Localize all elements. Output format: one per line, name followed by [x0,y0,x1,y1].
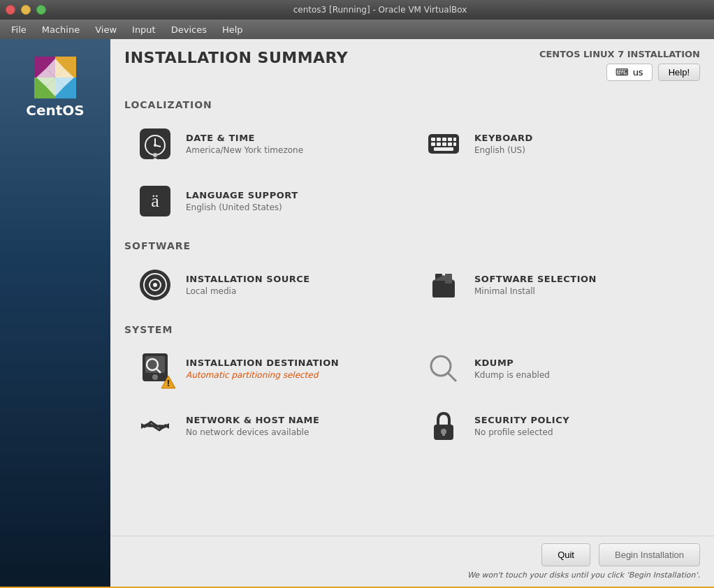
page-title: INSTALLATION SUMMARY [124,49,348,66]
network-hostname-title: NETWORK & HOST NAME [186,415,319,425]
software-selection-subtitle: Minimal Install [474,286,597,296]
menu-help[interactable]: Help [215,23,250,36]
menu-machine[interactable]: Machine [35,23,87,36]
software-selection-item[interactable]: SOFTWARE SELECTION Minimal Install [413,257,700,313]
centos-logo-icon [31,53,80,102]
system-grid: ! INSTALLATION DESTINATION Automatic par… [124,341,700,454]
svg-rect-38 [145,356,165,373]
keyboard-title: KEYBOARD [474,133,533,143]
system-section-header: SYSTEM [124,324,700,335]
svg-line-45 [448,373,456,381]
localization-section-header: LOCALIZATION [124,99,700,110]
quit-button[interactable]: Quit [541,543,590,566]
svg-rect-17 [437,138,441,141]
keyboard-language-button[interactable]: ⌨ us [606,64,653,81]
security-policy-text: SECURITY POLICY No profile selected [474,415,569,437]
main-window: CentOS INSTALLATION SUMMARY CENTOS LINUX… [0,39,714,587]
language-support-item[interactable]: ä LANGUAGE SUPPORT English (United State… [124,173,411,229]
svg-rect-24 [448,142,452,146]
begin-installation-button[interactable]: Begin Installation [599,543,700,566]
keyboard-item-icon [424,124,463,163]
language-support-subtitle: English (United States) [186,203,298,212]
svg-rect-26 [434,147,453,151]
close-button[interactable] [6,5,15,15]
keyboard-subtitle: English (US) [474,145,533,155]
software-selection-title: SOFTWARE SELECTION [474,274,597,284]
installation-destination-subtitle: Automatic partitioning selected [186,370,339,380]
kdump-item[interactable]: KDUMP Kdump is enabled [413,341,700,397]
date-time-icon [136,124,175,163]
footer-actions: Quit Begin Installation [124,543,700,566]
date-time-title: DATE & TIME [186,133,303,143]
sidebar: CentOS [0,39,110,587]
menu-devices[interactable]: Devices [164,23,214,36]
installation-destination-text: INSTALLATION DESTINATION Automatic parti… [186,358,339,380]
centos-label: CentOS [26,102,84,119]
svg-rect-20 [453,138,456,141]
window-title: centos3 [Running] - Oracle VM VirtualBox [52,5,708,15]
content-body: LOCALIZATION [110,88,714,536]
software-grid: INSTALLATION SOURCE Local media [124,257,700,313]
top-action-bar: ⌨ us Help! [606,64,700,81]
installation-source-text: INSTALLATION SOURCE Local media [186,274,310,296]
maximize-button[interactable] [36,5,46,15]
security-policy-title: SECURITY POLICY [474,415,569,425]
security-policy-item[interactable]: SECURITY POLICY No profile selected [413,398,700,454]
minimize-button[interactable] [21,5,31,15]
svg-rect-22 [437,142,441,146]
svg-point-14 [153,153,157,157]
menu-file[interactable]: File [4,23,34,36]
installation-destination-item[interactable]: ! INSTALLATION DESTINATION Automatic par… [124,341,411,397]
kdump-title: KDUMP [474,358,550,368]
content-footer: Quit Begin Installation We won't touch y… [110,536,714,587]
content-header: INSTALLATION SUMMARY CENTOS LINUX 7 INST… [110,39,714,88]
top-right-actions: CENTOS LINUX 7 INSTALLATION ⌨ us Help! [539,49,700,81]
kdump-text: KDUMP Kdump is enabled [474,358,550,380]
installation-source-icon [136,265,175,304]
language-support-text: LANGUAGE SUPPORT English (United States) [186,190,298,212]
svg-rect-52 [442,432,445,436]
menu-view[interactable]: View [88,23,124,36]
language-support-title: LANGUAGE SUPPORT [186,190,298,200]
software-selection-text: SOFTWARE SELECTION Minimal Install [474,274,597,296]
network-hostname-icon [136,406,175,446]
svg-rect-25 [453,142,456,146]
localization-grid: DATE & TIME America/New York timezone [124,116,700,229]
security-policy-subtitle: No profile selected [474,427,569,437]
svg-point-13 [154,144,156,147]
svg-text:ä: ä [151,191,159,211]
installation-destination-title: INSTALLATION DESTINATION [186,358,339,368]
kdump-icon [424,349,463,388]
content-area: INSTALLATION SUMMARY CENTOS LINUX 7 INST… [110,39,714,587]
kdump-subtitle: Kdump is enabled [474,370,550,380]
network-hostname-text: NETWORK & HOST NAME No network devices a… [186,415,319,437]
date-time-item[interactable]: DATE & TIME America/New York timezone [124,116,411,172]
svg-text:!: ! [166,378,170,388]
svg-rect-19 [448,138,452,141]
svg-rect-16 [431,138,435,141]
software-selection-icon [424,265,463,304]
keyboard-icon: ⌨ [615,67,629,78]
svg-rect-21 [431,142,435,146]
date-time-subtitle: America/New York timezone [186,145,303,155]
titlebar: centos3 [Running] - Oracle VM VirtualBox [0,0,714,20]
software-section-header: SOFTWARE [124,240,700,251]
installation-source-title: INSTALLATION SOURCE [186,274,310,284]
svg-rect-18 [442,138,446,141]
svg-point-32 [153,283,157,287]
help-button[interactable]: Help! [658,64,700,81]
installation-destination-icon: ! [136,349,175,388]
date-time-text: DATE & TIME America/New York timezone [186,133,303,155]
language-support-icon: ä [136,182,175,221]
security-policy-icon [424,406,463,446]
keyboard-lang-value: us [633,67,643,78]
keyboard-item[interactable]: KEYBOARD English (US) [413,116,700,172]
menu-input[interactable]: Input [125,23,163,36]
svg-point-39 [152,374,158,380]
menubar: File Machine View Input Devices Help [0,20,714,39]
svg-rect-23 [442,142,446,146]
installation-source-item[interactable]: INSTALLATION SOURCE Local media [124,257,411,313]
installation-source-subtitle: Local media [186,286,310,296]
network-hostname-item[interactable]: NETWORK & HOST NAME No network devices a… [124,398,411,454]
network-hostname-subtitle: No network devices available [186,427,319,437]
